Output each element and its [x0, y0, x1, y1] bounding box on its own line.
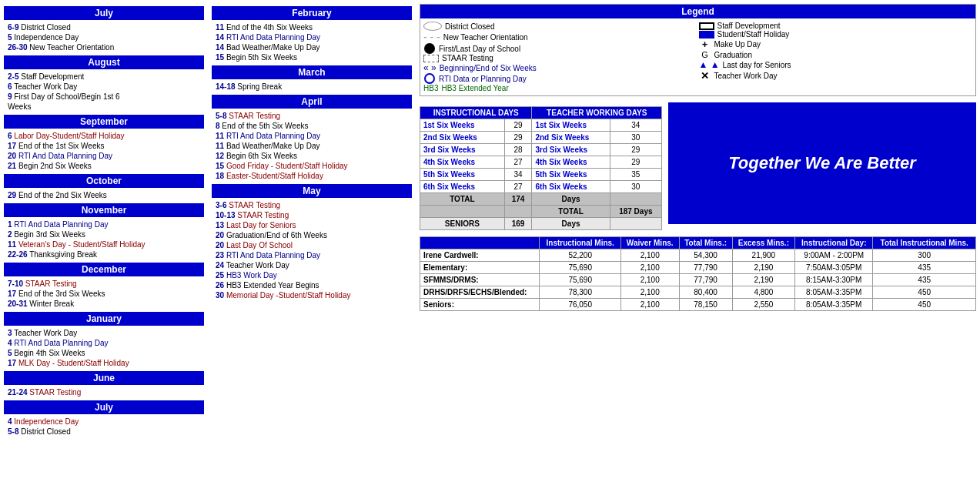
staff-dev-icon [699, 22, 714, 30]
legend-label: HB3 Extended Year [441, 84, 508, 92]
list-item: 26-30 New Teacher Orientation [8, 42, 200, 52]
instructional-days-section: INSTRUCTIONAL DAYS TEACHER WORKING DAYS … [420, 102, 662, 230]
mins-col-inst: Instructional Mins. [540, 237, 620, 249]
legend-label: Graduation [714, 51, 752, 59]
december-events: 7-10 STAAR Testing 17 End of the 3rd Six… [4, 278, 204, 310]
seniors-row: SENIORS 169 Days [420, 218, 662, 230]
mins-col-excess: Excess Mins.: [732, 237, 794, 249]
list-item: 21-24 STAAR Testing [8, 387, 200, 397]
right-section: Legend District Closed - - - New Teacher… [416, 0, 980, 441]
list-item: 24 Teacher Work Day [216, 260, 408, 270]
month-june: June [4, 371, 204, 385]
student-staff-holiday-icon [699, 31, 714, 38]
list-item: 5 Independence Day [8, 32, 200, 42]
last-day-seniors-icon: ▲ ▲ [699, 59, 720, 70]
list-item: 29 End of the 2nd Six Weeks [8, 190, 200, 200]
legend-label: Student/Staff Holiday [717, 30, 790, 38]
legend-grid: District Closed - - - New Teacher Orient… [420, 18, 975, 95]
july-bottom-events: 4 Independence Day 5-8 District Closed [4, 416, 204, 437]
legend-label: New Teacher Orientation [443, 33, 528, 42]
list-item: 11 End of the 4th Six Weeks [216, 22, 408, 32]
list-item: 13 Last Day for Seniors [216, 220, 408, 230]
list-item: 8 End of the 5th Six Weeks [216, 121, 408, 131]
staar-icon [423, 55, 439, 62]
list-item: 1 RTI And Data Planning Day [8, 219, 200, 229]
list-item: 17 End of the 3rd Six Weeks [8, 289, 200, 299]
legend-label: RTI Data or Planning Day [439, 75, 527, 83]
march-events: 14-18 Spring Break [212, 81, 412, 92]
month-february: February [212, 6, 412, 20]
legend-item: STAAR Testing [423, 54, 697, 62]
list-item: 11 Bad Weather/Make Up Day [216, 141, 408, 151]
list-item: 21 Begin 2nd Six Weeks [8, 161, 200, 171]
table-row: 1st Six Weeks 29 1st Six Weeks 34 [420, 119, 662, 132]
mid-column: February 11 End of the 4th Six Weeks 14 … [208, 0, 416, 441]
month-december: December [4, 263, 204, 276]
legend-label: District Closed [445, 22, 494, 31]
district-closed-icon [423, 22, 442, 31]
month-march: March [212, 65, 412, 79]
april-events: 5-8 STAAR Testing 8 End of the 5th Six W… [212, 110, 412, 182]
february-events: 11 End of the 4th Six Weeks 14 RTI And D… [212, 22, 412, 63]
list-item: Weeks [8, 102, 200, 112]
legend-label: Teacher Work Day [714, 72, 778, 80]
legend-item: G Graduation [699, 50, 973, 59]
table-row: SFMMS/DRMS: 75,690 2,100 77,790 2,190 8:… [420, 274, 976, 286]
together-box: Together We Are Better [668, 102, 976, 224]
table-row: 4th Six Weeks 27 4th Six Weeks 29 [420, 156, 662, 169]
list-item: 20 RTI And Data Planning Day [8, 151, 200, 161]
month-august: August [4, 55, 204, 69]
legend-label: Last day for Seniors [723, 61, 791, 69]
mins-col-school [420, 237, 540, 249]
list-item: 10-13 STAAR Testing [216, 210, 408, 220]
six-weeks-icon: « » [423, 62, 436, 73]
list-item: 25 HB3 Work Day [216, 270, 408, 280]
list-item: 14 RTI And Data Planning Day [216, 32, 408, 42]
list-item: 17 End of the 1st Six Weeks [8, 141, 200, 151]
month-november: November [4, 203, 204, 217]
september-events: 6 Labor Day-Student/Staff Holiday 17 End… [4, 130, 204, 172]
list-item: 11 RTI And Data Planning Day [216, 131, 408, 141]
october-events: 29 End of the 2nd Six Weeks [4, 189, 204, 201]
list-item: 4 RTI And Data Planning Day [8, 338, 200, 348]
list-item: 5-8 District Closed [8, 427, 200, 437]
month-april: April [212, 95, 412, 109]
left-column: July 6-9 District Closed 5 Independence … [0, 0, 208, 441]
graduation-icon: G [699, 50, 711, 59]
first-last-day-icon [423, 43, 436, 54]
mins-col-waiver: Waiver Mins. [620, 237, 679, 249]
legend-box: Legend District Closed - - - New Teacher… [420, 4, 976, 96]
list-item: 12 Begin 6th Six Weeks [216, 151, 408, 161]
list-item: 14-18 Spring Break [216, 82, 408, 92]
legend-label: Make Up Day [714, 40, 761, 49]
august-events: 2-5 Staff Development 6 Teacher Work Day… [4, 71, 204, 112]
table-row: Irene Cardwell: 52,200 2,100 54,300 21,9… [420, 249, 976, 262]
list-item: 2-5 Staff Development [8, 72, 200, 82]
mins-col-total-inst: Total Instructional Mins. [873, 237, 976, 249]
table-row: Elementary: 75,690 2,100 77,790 2,190 7:… [420, 262, 976, 274]
list-item: 23 RTI And Data Planning Day [216, 250, 408, 260]
june-events: 21-24 STAAR Testing [4, 387, 204, 398]
teacher-working-header: TEACHER WORKING DAYS [532, 107, 662, 119]
minutes-table: Instructional Mins. Waiver Mins. Total M… [420, 236, 976, 311]
list-item: 22-26 Thanksgiving Break [8, 249, 200, 259]
legend-item: First/Last Day of School [423, 43, 697, 54]
month-july: July [4, 6, 204, 20]
list-item: 30 Memorial Day -Student/Staff Holiday [216, 290, 408, 300]
january-events: 3 Teacher Work Day 4 RTI And Data Planni… [4, 327, 204, 369]
month-september: September [4, 115, 204, 129]
legend-title: Legend [420, 5, 975, 18]
makeup-day-icon: + [699, 38, 711, 50]
legend-col-left: District Closed - - - New Teacher Orient… [423, 22, 697, 92]
list-item: 2 Begin 3rd Six Weeks [8, 229, 200, 239]
month-may: May [212, 184, 412, 198]
table-row: Seniors: 76,050 2,100 78,150 2,550 8:05A… [420, 299, 976, 311]
rti-icon [423, 73, 436, 84]
list-item: 3 Teacher Work Day [8, 328, 200, 338]
mins-col-total: Total Mins.: [679, 237, 732, 249]
minutes-section: Instructional Mins. Waiver Mins. Total M… [420, 236, 976, 311]
list-item: 15 Good Friday - Student/Staff Holiday [216, 161, 408, 171]
list-item: 3-6 STAAR Testing [216, 200, 408, 210]
list-item: 5 Begin 4th Six Weeks [8, 348, 200, 358]
hb3-icon: HB3 [423, 84, 438, 92]
